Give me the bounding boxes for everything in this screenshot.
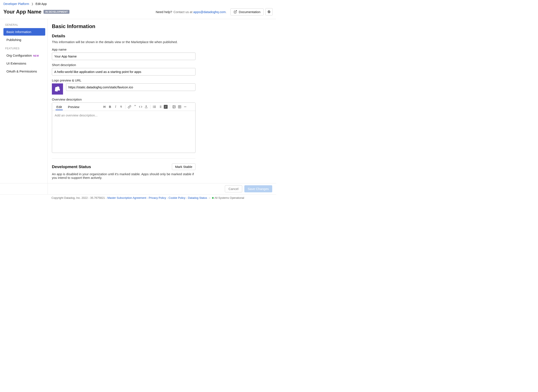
chevron-right-icon: ❯ — [31, 2, 33, 5]
bullet-list-icon[interactable] — [152, 104, 157, 110]
save-button[interactable]: Save Changes — [244, 185, 272, 192]
action-bar: Cancel Save Changes — [0, 183, 276, 194]
footer-link-privacy[interactable]: Privacy Policy — [149, 196, 166, 199]
footer-copyright: Copyright Datadog, Inc. 2022 - 35.767582… — [51, 196, 105, 199]
contact-text: Contact us at apps@datadoghq.com. — [173, 10, 227, 14]
datadog-logo-icon — [53, 85, 62, 93]
italic-icon[interactable]: I — [113, 104, 118, 110]
upload-icon[interactable] — [143, 104, 149, 110]
contact-email-link[interactable]: apps@datadoghq.com — [193, 10, 226, 14]
status-dot-icon — [212, 197, 214, 199]
new-badge: NEW — [33, 55, 39, 57]
sidebar-item-oauth-permissions[interactable]: OAuth & Permissions — [3, 68, 45, 75]
sidebar-heading-features: FEATURES — [5, 47, 45, 50]
editor-tab-preview[interactable]: Preview — [65, 103, 82, 110]
sidebar: GENERAL Basic Information Publishing FEA… — [0, 19, 48, 185]
svg-line-0 — [235, 10, 237, 12]
editor-toolbar: Edit Preview H B I S ” ✓ — [52, 103, 195, 111]
table-icon[interactable] — [177, 104, 182, 110]
settings-button[interactable] — [265, 8, 273, 15]
footer-status-text: All Systems Operational — [214, 196, 244, 199]
short-desc-label: Short description — [52, 63, 195, 67]
mark-stable-button[interactable]: Mark Stable — [172, 163, 195, 170]
help-label: Need help? — [156, 10, 172, 14]
section-title: Basic Information — [52, 23, 195, 29]
breadcrumb-root-link[interactable]: Developer Platform — [3, 2, 29, 5]
sidebar-item-basic-information[interactable]: Basic Information — [3, 28, 45, 36]
editor-tab-edit[interactable]: Edit — [53, 103, 65, 110]
details-description: This information will be shown in the de… — [52, 40, 195, 44]
short-desc-input[interactable] — [52, 68, 195, 75]
footer-link-dd-status[interactable]: Datadog Status — [188, 196, 207, 199]
cancel-button[interactable]: Cancel — [225, 185, 242, 192]
content-area: Basic Information Details This informati… — [48, 19, 276, 185]
breadcrumb-current: Edit App — [36, 2, 47, 5]
code-icon[interactable] — [138, 104, 143, 110]
quote-icon[interactable]: ” — [132, 104, 138, 110]
footer: Copyright Datadog, Inc. 2022 - 35.767582… — [0, 194, 276, 201]
svg-point-12 — [173, 106, 174, 106]
overview-editor: Edit Preview H B I S ” ✓ — [52, 103, 195, 153]
overview-label: Overview description — [52, 98, 195, 101]
footer-link-msa[interactable]: Master Subscription Agreement — [107, 196, 146, 199]
svg-point-6 — [153, 107, 153, 107]
heading-icon[interactable]: H — [102, 104, 107, 110]
details-heading: Details — [52, 34, 195, 38]
sidebar-item-org-configuration[interactable]: Org ConfigurationNEW — [3, 52, 45, 59]
image-icon[interactable] — [171, 104, 177, 110]
logo-url-input[interactable] — [66, 84, 195, 91]
link-icon[interactable] — [127, 104, 132, 110]
footer-link-cookie[interactable]: Cookie Policy — [168, 196, 186, 199]
gear-icon — [267, 10, 271, 14]
checklist-icon[interactable]: ✓ — [163, 104, 168, 110]
dev-status-heading: Development Status — [52, 164, 91, 169]
divider — [52, 159, 195, 159]
status-badge: IN DEVELOPMENT — [43, 10, 70, 14]
logo-preview — [52, 84, 63, 95]
horizontal-rule-icon[interactable] — [182, 104, 188, 110]
documentation-button[interactable]: Documentation — [230, 8, 264, 15]
app-name-label: App name — [52, 48, 195, 51]
sidebar-item-ui-extensions[interactable]: UI Extensions — [3, 60, 45, 67]
dev-status-description: An app is disabled in your organization … — [52, 172, 195, 179]
bold-icon[interactable]: B — [107, 104, 113, 110]
app-name-input[interactable] — [52, 52, 195, 60]
external-link-icon — [234, 10, 237, 14]
header-row: Your App Name IN DEVELOPMENT Need help? … — [0, 7, 276, 19]
logo-label: Logo preview & URL — [52, 79, 195, 82]
breadcrumb: Developer Platform ❯ Edit App — [0, 0, 276, 7]
overview-textarea[interactable]: Add an overview description... — [52, 111, 195, 153]
strikethrough-icon[interactable]: S — [118, 104, 124, 110]
numbered-list-icon[interactable] — [157, 104, 163, 110]
page-title: Your App Name — [3, 9, 41, 15]
sidebar-item-publishing[interactable]: Publishing — [3, 36, 45, 43]
svg-point-7 — [153, 107, 153, 108]
sidebar-heading-general: GENERAL — [5, 23, 45, 26]
